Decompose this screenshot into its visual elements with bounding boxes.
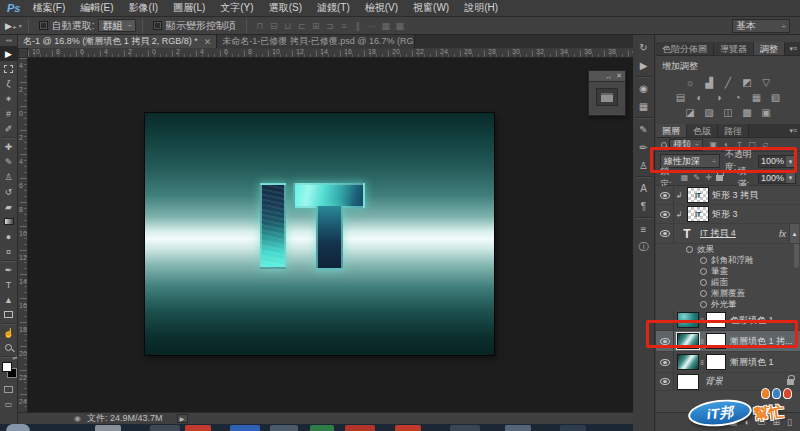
tool-preset-chevron-icon[interactable]: ▾ (19, 22, 22, 29)
layer-row[interactable]: ∞漸層填色 1 (656, 352, 800, 373)
info-panel-button[interactable]: ⓘ (635, 239, 653, 255)
swatches-panel-button[interactable]: ▦ (635, 98, 653, 114)
document-canvas[interactable] (145, 113, 494, 355)
layer-row[interactable]: TIT 拷貝 4fx▲ (656, 224, 800, 244)
panel-collapse-icon[interactable]: ↔ (605, 73, 612, 80)
adjustments-tab-調整[interactable]: 調整 (754, 42, 785, 55)
foreground-color-swatch[interactable] (2, 362, 12, 372)
menu-item-view[interactable]: 檢視(V) (365, 1, 398, 15)
color-lookup-button[interactable]: ▧ (766, 90, 785, 105)
start-button[interactable] (6, 424, 30, 431)
auto-select-dropdown[interactable]: 群組 ÷ (98, 19, 135, 32)
layer-row[interactable]: ↲IT矩形 3 拷貝 (656, 186, 800, 205)
panel-close-icon[interactable]: ✕ (616, 72, 622, 80)
taskbar-item[interactable] (185, 425, 211, 431)
menu-item-window[interactable]: 視窗(W) (413, 1, 449, 15)
layer-row[interactable]: 斜角和浮雕 (656, 255, 800, 266)
dodge-tool-button[interactable]: ¤ (0, 244, 18, 259)
character-panel-button[interactable]: A (635, 180, 653, 196)
curves-button[interactable]: ╱ (719, 75, 738, 90)
healing-brush-tool-button[interactable]: ✚ (0, 139, 18, 154)
taskbar-item[interactable] (150, 425, 180, 431)
taskbar-item[interactable] (560, 425, 586, 431)
layer-mask-thumbnail[interactable] (706, 354, 726, 370)
document-tab-2[interactable]: 未命名-1-已修復 拷貝-已修復.psd @ 16.7% (RGB/8) *✕ (217, 35, 415, 48)
status-options-arrow-icon[interactable]: ▶ (177, 414, 188, 423)
hand-tool-button[interactable]: ☝ (0, 325, 18, 340)
lasso-tool-button[interactable]: ζ (0, 76, 18, 91)
screen-mode-button[interactable]: ▭ (0, 397, 18, 412)
black-white-button[interactable]: ◑ (709, 90, 728, 105)
move-tool-button[interactable]: ▶ (0, 46, 18, 61)
align-left-edges-icon[interactable]: ⊏ (295, 21, 309, 31)
eye-icon[interactable] (700, 268, 707, 275)
lock-position-button[interactable]: ✛ (702, 173, 714, 182)
history-brush-tool-button[interactable]: ↺ (0, 184, 18, 199)
actions-panel-button[interactable]: ▶ (635, 57, 653, 73)
posterize-button[interactable]: ▨ (700, 105, 719, 120)
rectangle-tool-button[interactable] (0, 307, 18, 322)
fill-layer-thumbnail[interactable] (677, 354, 699, 370)
taskbar-item[interactable] (345, 425, 375, 431)
swap-colors-icon[interactable]: ⇄ (12, 354, 17, 361)
align-vertical-centers-icon[interactable]: ⊟ (267, 21, 281, 31)
align-top-edges-icon[interactable]: ⊓ (253, 21, 267, 31)
menu-item-layer[interactable]: 圖層(L) (173, 1, 205, 15)
vibrance-button[interactable]: ▽ (757, 75, 776, 90)
show-transform-checkbox[interactable] (153, 21, 162, 30)
effects-collapse-icon[interactable]: ▲ (789, 224, 799, 243)
visibility-toggle[interactable] (656, 205, 674, 223)
adjustments-tab-導覽器[interactable]: 導覽器 (714, 42, 754, 55)
layer-row[interactable]: ↲IT矩形 3 (656, 205, 800, 224)
pen-tool-button[interactable]: ✒ (0, 262, 18, 277)
layer-thumbnail[interactable] (677, 374, 699, 390)
eyedropper-tool-button[interactable]: ✐ (0, 121, 18, 136)
eye-icon[interactable] (700, 290, 707, 297)
layers-tab-圖層[interactable]: 圖層 (656, 124, 687, 137)
menu-item-image[interactable]: 影像(I) (129, 1, 158, 15)
color-balance-button[interactable]: ◐ (690, 90, 709, 105)
taskbar-item[interactable] (270, 425, 298, 431)
levels-button[interactable]: ▟ (700, 75, 719, 90)
lock-all-icon[interactable] (716, 175, 723, 181)
brush-tool-button[interactable]: ✎ (0, 154, 18, 169)
taskbar-item[interactable] (450, 425, 480, 431)
gradient-tool-button[interactable] (0, 214, 18, 229)
marquee-tool-button[interactable] (0, 61, 18, 76)
distribute-vertical-icon[interactable]: ≡ (337, 21, 351, 31)
align-right-edges-icon[interactable]: ⊐ (323, 21, 337, 31)
eye-icon[interactable] (686, 246, 693, 253)
tab-close-icon[interactable]: ✕ (204, 37, 212, 47)
eye-icon[interactable] (700, 301, 707, 308)
layer-row[interactable]: 效果 (656, 244, 800, 255)
path-selection-tool-button[interactable]: ▲ (0, 292, 18, 307)
layer-row[interactable]: 外光暈 (656, 299, 800, 310)
toolbar-collapse-icon[interactable]: ◂◂ (0, 35, 17, 46)
threshold-button[interactable]: ◫ (719, 105, 738, 120)
blur-tool-button[interactable]: ● (0, 229, 18, 244)
visibility-toggle[interactable] (656, 352, 674, 372)
invert-button[interactable]: ◪ (681, 105, 700, 120)
taskbar-item[interactable] (230, 425, 260, 431)
visibility-toggle[interactable] (656, 224, 674, 243)
document-tab-1[interactable]: 名-1 @ 16.8% (漸層填色 1 拷貝 2, RGB/8) *✕ (18, 35, 217, 48)
layer-row[interactable]: 筆畫 (656, 266, 800, 277)
align-bottom-edges-icon[interactable]: ⊔ (281, 21, 295, 31)
auto-align-icon[interactable]: ⋯ (365, 21, 379, 31)
chevron-down-icon[interactable]: ▼ (786, 172, 795, 183)
channel-mixer-button[interactable]: ▦ (747, 90, 766, 105)
zoom-tool-button[interactable] (0, 340, 18, 355)
photo-filter-button[interactable]: ◔ (728, 90, 747, 105)
history-panel-button[interactable]: ↻ (635, 39, 653, 55)
menu-item-filter[interactable]: 濾鏡(T) (317, 1, 350, 15)
menu-item-select[interactable]: 選取(S) (269, 1, 302, 15)
brush-panel-button[interactable]: ✎ (635, 121, 653, 137)
panel-menu-icon[interactable]: ▾≡ (789, 127, 797, 135)
layer-thumbnail[interactable]: IT (687, 187, 709, 203)
auto-select-checkbox[interactable] (39, 21, 48, 30)
brightness-contrast-button[interactable]: ☼ (681, 75, 700, 90)
panel-menu-icon[interactable]: ▾≡ (789, 45, 797, 53)
menu-item-type[interactable]: 文字(Y) (220, 1, 253, 15)
visibility-toggle[interactable] (656, 186, 674, 204)
quick-selection-tool-button[interactable]: ✶ (0, 91, 18, 106)
